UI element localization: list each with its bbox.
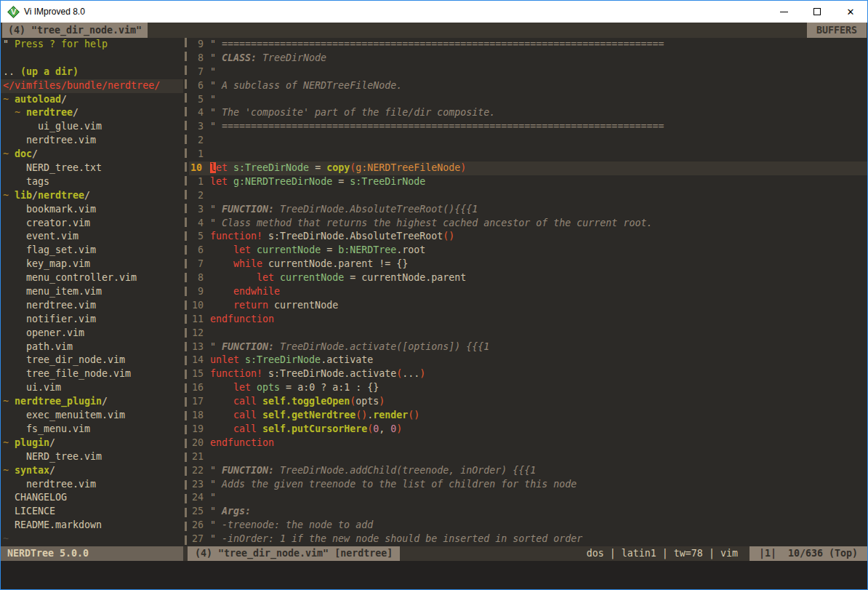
code-text xyxy=(210,134,867,148)
tree-item[interactable]: flag_set.vim xyxy=(1,244,183,258)
tree-item[interactable]: ui_glue.vim xyxy=(1,120,183,134)
code-line[interactable]: 5function! s:TreeDirNode.AbsoluteTreeRoo… xyxy=(189,230,867,244)
line-number: 7 xyxy=(189,258,210,271)
code-line[interactable]: 6" A subclass of NERDTreeFileNode. xyxy=(189,79,867,93)
code-line[interactable]: 24" xyxy=(189,491,867,505)
tree-item[interactable]: fs_menu.vim xyxy=(1,423,183,436)
main-area: " Press ? for help.. (up a dir)</vimfile… xyxy=(1,38,867,546)
tree-item[interactable]: ~ nerdtree_plugin/ xyxy=(1,395,183,409)
line-number: 26 xyxy=(189,519,210,533)
tree-item[interactable] xyxy=(1,52,183,65)
code-line-current[interactable]: 10let s:TreeDirNode = copy(g:NERDTreeFil… xyxy=(189,162,867,175)
tree-item[interactable]: creator.vim xyxy=(1,217,183,231)
code-text: " FUNCTION: TreeDirNode.AbsoluteTreeRoot… xyxy=(210,203,867,217)
code-line[interactable]: 21 xyxy=(189,450,867,464)
code-line[interactable]: 25" Args: xyxy=(189,505,867,519)
code-line[interactable]: 18 call self.getNerdtree().render() xyxy=(189,409,867,423)
tree-item[interactable]: opener.vim xyxy=(1,327,183,340)
code-text: " The 'composite' part of the file/dir c… xyxy=(210,106,867,120)
tree-item[interactable]: key_map.vim xyxy=(1,258,183,271)
code-text: " CLASS: TreeDirNode xyxy=(210,52,867,65)
code-line[interactable]: 17 call self.toggleOpen(opts) xyxy=(189,395,867,409)
code-text: let g:NERDTreeDirNode = s:TreeDirNode xyxy=(210,175,867,189)
code-line[interactable]: 3" FUNCTION: TreeDirNode.AbsoluteTreeRoo… xyxy=(189,203,867,217)
code-text: function! s:TreeDirNode.activate(...) xyxy=(210,367,867,381)
tree-item[interactable]: path.vim xyxy=(1,340,183,354)
tree-item[interactable]: ~ plugin/ xyxy=(1,436,183,450)
file-info: dos | latin1 | tw=78 | vim xyxy=(400,546,750,561)
close-button[interactable]: ✕ xyxy=(834,1,867,23)
code-line[interactable]: 4" The 'composite' part of the file/dir … xyxy=(189,106,867,120)
code-line[interactable]: 8" CLASS: TreeDirNode xyxy=(189,52,867,65)
tree-item[interactable]: tree_dir_node.vim xyxy=(1,354,183,367)
code-line[interactable]: 22" FUNCTION: TreeDirNode.addChild(treen… xyxy=(189,464,867,478)
buffers-label[interactable]: BUFFERS xyxy=(807,23,867,38)
code-line[interactable]: 6 let currentNode = b:NERDTree.root xyxy=(189,244,867,258)
tree-item[interactable]: ~ xyxy=(1,533,183,546)
tree-item[interactable]: menu_controller.vim xyxy=(1,271,183,285)
code-line[interactable]: 2 xyxy=(189,134,867,148)
tree-item[interactable]: ui.vim xyxy=(1,381,183,395)
code-line[interactable]: 5" xyxy=(189,93,867,107)
code-line[interactable]: 12 xyxy=(189,327,867,340)
code-text: return currentNode xyxy=(210,299,867,313)
code-line[interactable]: 27" -inOrder: 1 if the new node should b… xyxy=(189,533,867,546)
command-line[interactable] xyxy=(1,561,867,589)
code-line[interactable]: 16 let opts = a:0 ? a:1 : {} xyxy=(189,381,867,395)
tab-active-buffer[interactable]: (4) "tree_dir_node.vim" xyxy=(2,23,148,38)
code-line[interactable]: 10 return currentNode xyxy=(189,299,867,313)
code-line[interactable]: 2 xyxy=(189,189,867,203)
code-line[interactable]: 1let g:NERDTreeDirNode = s:TreeDirNode xyxy=(189,175,867,189)
code-line[interactable]: 4" Class method that returns the highest… xyxy=(189,217,867,231)
tree-item[interactable]: ~ lib/nerdtree/ xyxy=(1,189,183,203)
tree-item[interactable]: ~ autoload/ xyxy=(1,93,183,107)
code-line[interactable]: 7 while currentNode.parent != {} xyxy=(189,258,867,271)
code-line[interactable]: 1 xyxy=(189,148,867,162)
tree-item[interactable]: CHANGELOG xyxy=(1,491,183,505)
code-line[interactable]: 9 endwhile xyxy=(189,285,867,299)
tree-item[interactable]: nerdtree.vim xyxy=(1,134,183,148)
tree-item[interactable]: tree_file_node.vim xyxy=(1,367,183,381)
code-text: let currentNode = b:NERDTree.root xyxy=(210,244,867,258)
tree-item[interactable]: nerdtree.vim xyxy=(1,478,183,492)
tree-item[interactable]: nerdtree.vim xyxy=(1,299,183,313)
tree-item[interactable]: " Press ? for help xyxy=(1,38,183,52)
code-line[interactable]: 15function! s:TreeDirNode.activate(...) xyxy=(189,367,867,381)
tree-item[interactable]: bookmark.vim xyxy=(1,203,183,217)
code-line[interactable]: 8 let currentNode = currentNode.parent xyxy=(189,271,867,285)
code-line[interactable]: 23" Adds the given treenode to the list … xyxy=(189,478,867,492)
tree-item[interactable]: README.markdown xyxy=(1,519,183,533)
code-line[interactable]: 14unlet s:TreeDirNode.activate xyxy=(189,354,867,367)
tree-item[interactable]: notifier.vim xyxy=(1,313,183,327)
code-line[interactable]: 7" xyxy=(189,65,867,79)
tree-item[interactable]: ~ doc/ xyxy=(1,148,183,162)
line-number: 19 xyxy=(189,423,210,436)
tree-item[interactable]: ~ nerdtree/ xyxy=(1,106,183,120)
tree-item[interactable]: tags xyxy=(1,175,183,189)
code-text: " FUNCTION: TreeDirNode.addChild(treenod… xyxy=(210,464,867,478)
tree-item[interactable]: menu_item.vim xyxy=(1,285,183,299)
tree-item[interactable]: ~ syntax/ xyxy=(1,464,183,478)
tree-root-item[interactable]: </vimfiles/bundle/nerdtree/ xyxy=(1,79,183,93)
code-text: function! s:TreeDirNode.AbsoluteTreeRoot… xyxy=(210,230,867,244)
tree-item[interactable]: event.vim xyxy=(1,230,183,244)
code-line[interactable]: 20endfunction xyxy=(189,436,867,450)
code-line[interactable]: 3" =====================================… xyxy=(189,120,867,134)
tree-item[interactable]: NERD_tree.vim xyxy=(1,450,183,464)
minimize-button[interactable] xyxy=(767,1,800,23)
code-line[interactable]: 9" =====================================… xyxy=(189,38,867,52)
code-text: " Args: xyxy=(210,505,867,519)
tree-item[interactable]: exec_menuitem.vim xyxy=(1,409,183,423)
code-line[interactable]: 11endfunction xyxy=(189,313,867,327)
line-number: 23 xyxy=(189,478,210,492)
code-line[interactable]: 19 call self.putCursorHere(0, 0) xyxy=(189,423,867,436)
code-line[interactable]: 13" FUNCTION: TreeDirNode.activate([opti… xyxy=(189,340,867,354)
tree-item[interactable]: LICENCE xyxy=(1,505,183,519)
tree-item[interactable]: .. (up a dir) xyxy=(1,65,183,79)
window-separator[interactable] xyxy=(183,38,189,546)
line-number: 2 xyxy=(189,134,210,148)
tree-item[interactable]: NERD_tree.txt xyxy=(1,162,183,175)
maximize-button[interactable] xyxy=(800,1,834,23)
code-line[interactable]: 26" -treenode: the node to add xyxy=(189,519,867,533)
line-number: 27 xyxy=(189,533,210,546)
